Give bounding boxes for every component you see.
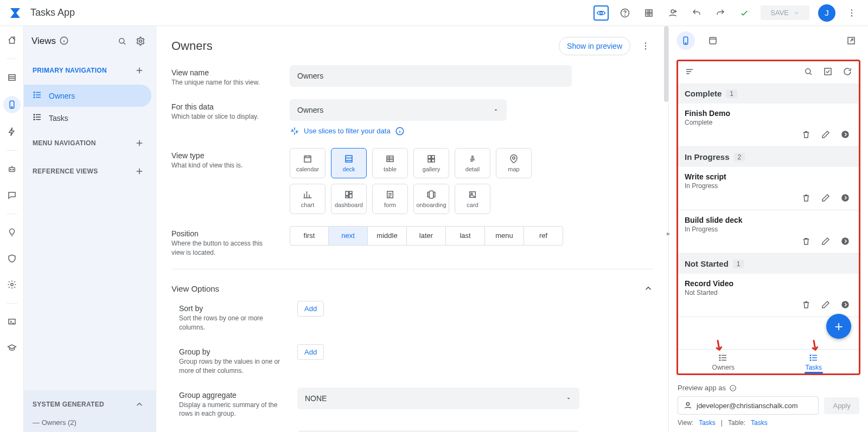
phone-search-icon[interactable] [803,67,813,78]
delete-icon[interactable] [801,193,811,204]
editor-more-icon[interactable] [638,38,653,54]
nav-item-owners[interactable]: Owners [24,85,151,107]
position-ref[interactable]: ref [524,226,563,246]
sort-by-add-button[interactable]: Add [297,301,324,317]
rail-views-icon[interactable] [3,96,21,113]
task-row[interactable]: Record VideoNot Started [678,274,859,317]
group-agg-select[interactable]: NONE [297,388,579,409]
grid-icon[interactable] [641,5,656,21]
position-later[interactable]: later [407,226,446,246]
rail-bot-icon[interactable] [4,162,20,177]
search-icon[interactable] [114,34,130,49]
footer-view-link[interactable]: Tasks [699,419,716,427]
phone-checkbox-icon[interactable] [823,67,833,78]
fab-add-button[interactable]: + [826,314,851,339]
phone-refresh-icon[interactable] [843,67,852,78]
save-button[interactable]: SAVE [761,5,809,20]
view-type-chart[interactable]: chart [290,184,326,214]
for-data-select[interactable]: Owners [290,99,507,121]
view-options-toggle[interactable]: View Options [171,280,653,301]
rail-settings-icon[interactable] [4,277,20,292]
task-row[interactable]: Finish DemoComplete [678,104,859,147]
chevron-right-icon[interactable] [840,300,850,311]
redo-icon[interactable] [713,5,728,21]
gear-icon[interactable] [133,34,148,49]
position-first[interactable]: first [290,226,329,246]
section-primary-nav: PRIMARY NAVIGATION [24,56,156,85]
apply-button[interactable]: Apply [824,397,859,414]
slices-helper-link[interactable]: Use slices to filter your data [290,126,572,136]
view-type-map[interactable]: map [496,148,532,178]
rail-chat-icon[interactable] [4,188,20,203]
editor-scrollbar[interactable] [664,26,668,102]
edit-icon[interactable] [821,193,831,204]
group-by-add-button[interactable]: Add [297,344,324,360]
view-type-calendar[interactable]: calendar [290,148,326,178]
nav-item-tasks-label: Tasks [49,114,68,122]
rail-learn-icon[interactable] [4,340,20,356]
hamburger-icon[interactable] [685,67,694,78]
delete-icon[interactable] [801,300,811,311]
preview-toggle-icon[interactable] [593,5,609,21]
chevron-right-icon[interactable] [840,193,850,204]
phone-nav-tasks[interactable]: Tasks [769,350,859,373]
rail-automation-icon[interactable] [4,124,20,139]
view-type-dashboard[interactable]: dashboard [331,184,367,214]
expand-handle-icon[interactable]: ▸ [667,229,671,237]
show-in-preview-button[interactable]: Show in preview [559,37,630,55]
delete-icon[interactable] [801,236,811,248]
check-icon [737,5,752,21]
avatar[interactable]: J [818,4,835,22]
more-icon[interactable] [844,5,859,21]
edit-icon[interactable] [821,130,831,141]
view-type-detail[interactable]: detail [455,148,490,178]
position-next[interactable]: next [329,226,368,246]
svg-rect-39 [346,191,348,196]
view-type-gallery[interactable]: gallery [413,148,449,178]
view-type-onboarding[interactable]: onboarding [413,184,449,214]
svg-point-53 [806,69,810,74]
view-type-card[interactable]: card [455,184,490,214]
edit-icon[interactable] [821,300,831,311]
svg-point-23 [34,114,35,115]
section-system-generated[interactable]: SYSTEM GENERATED [24,390,156,418]
add-primary-icon[interactable] [132,63,147,78]
phone-nav-owners[interactable]: Owners [678,350,769,373]
position-menu[interactable]: menu [485,226,524,246]
add-menu-icon[interactable] [132,136,147,151]
task-row[interactable]: Build slide deckIn Progress [678,210,859,254]
view-type-deck[interactable]: deck [331,148,367,178]
rail-manage-icon[interactable] [4,314,20,330]
help-icon[interactable] [617,5,633,21]
undo-icon[interactable] [689,5,704,21]
rail-security-icon[interactable] [4,251,20,266]
chevron-right-icon[interactable] [840,130,850,141]
rail-data-icon[interactable] [4,70,20,85]
view-type-form[interactable]: form [372,184,408,214]
preview-as-email-input[interactable]: jdeveloper@christianschalk.com [678,396,819,415]
system-generated-item[interactable]: — Owners (2) [24,418,156,432]
view-name-input[interactable]: Owners [290,65,572,87]
preview-tablet-tab[interactable] [704,31,722,50]
info-icon[interactable] [59,36,69,47]
view-options-label: View Options [171,284,219,293]
svg-rect-9 [9,75,15,81]
delete-icon[interactable] [801,130,811,141]
edit-icon[interactable] [821,236,831,248]
group-agg-label: Group aggregate [179,391,282,399]
footer-view-label: View: [678,419,693,427]
task-row[interactable]: Write scriptIn Progress [678,167,859,210]
position-middle[interactable]: middle [368,226,407,246]
add-reference-icon[interactable] [132,164,147,179]
rail-intel-icon[interactable] [4,225,20,240]
chevron-right-icon[interactable] [840,236,850,248]
footer-table-link[interactable]: Tasks [751,419,768,427]
nav-item-tasks[interactable]: Tasks [24,107,151,129]
add-user-icon[interactable] [665,5,680,21]
view-type-table[interactable]: table [372,148,408,178]
preview-mobile-tab[interactable] [676,31,695,50]
rail-home-icon[interactable] [4,33,20,48]
open-preview-icon[interactable] [842,31,860,50]
position-last[interactable]: last [446,226,485,246]
system-generated-label: SYSTEM GENERATED [33,401,104,408]
